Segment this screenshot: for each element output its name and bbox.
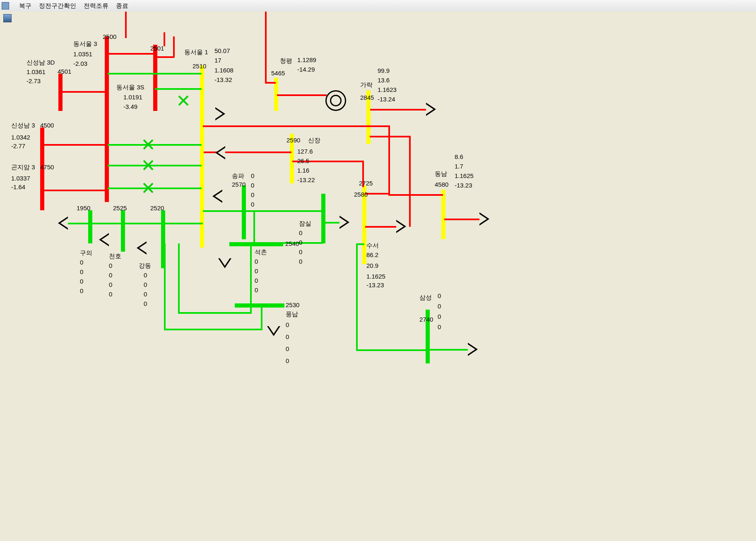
line-2500-2501a (108, 53, 155, 55)
arrow-2540 (218, 258, 231, 268)
label-2590-id: 2590 (287, 136, 300, 144)
menu-section-check[interactable]: 정전구간확인 (39, 2, 76, 10)
app-window: 복구 정전구간확인 전력조류 종료 (0, 0, 756, 541)
bus-2580 (321, 194, 325, 243)
label-1950-id: 1950 (77, 204, 90, 212)
arrow-2520 (137, 241, 147, 255)
label-2530-id: 2530 (286, 301, 299, 309)
label-2570-name: 송파 (232, 171, 244, 180)
line-2725-topH (365, 193, 390, 195)
label-4580-q: 1.7 (455, 162, 463, 171)
line-2580-arrow (324, 222, 340, 224)
label-2540-p: 0 (255, 257, 258, 266)
line-garak-arrow (370, 109, 428, 111)
label-2725-a: -13.23 (366, 281, 384, 289)
line-5465-inh (265, 82, 276, 84)
label-2590-v: 1.16 (297, 166, 309, 175)
label-4750-v: 1.0337 (11, 174, 30, 183)
label-2510-a: -13.32 (214, 75, 232, 84)
label-2590-name: 신장 (308, 136, 320, 144)
label-2845-p: 99.9 (378, 66, 390, 75)
label-2540-a: 0 (255, 286, 258, 294)
label-2570-p: 0 (251, 171, 254, 180)
label-2525-v: 0 (109, 280, 112, 289)
label-2520-v: 0 (144, 290, 147, 298)
line-2725-2740v (356, 243, 358, 351)
label-4580-v: 1.1625 (455, 171, 474, 180)
bus-2510 (200, 65, 204, 248)
label-2740-q: 0 (438, 302, 441, 310)
label-2501-v: 1.0191 (123, 93, 142, 101)
line-2540-2530 (250, 243, 252, 314)
label-2570-v: 0 (251, 190, 254, 199)
arrow-1950 (58, 216, 68, 230)
label-2580-p: 0 (299, 228, 302, 237)
label-2740-name: 삼성 (419, 293, 432, 302)
tap-2501h (154, 56, 174, 58)
label-4580-a: -13.23 (455, 181, 472, 190)
label-2520-id: 2520 (150, 204, 164, 212)
label-2500-id: 2500 (103, 32, 116, 41)
label-2530-name: 풍납 (286, 310, 298, 318)
label-4501-a: -2.73 (26, 77, 41, 85)
menu-power-flow[interactable]: 전력조류 (84, 2, 108, 10)
label-2540-id: 2540 (285, 239, 299, 248)
line-2725-arrowR (365, 226, 398, 228)
label-4580-p: 8.6 (455, 152, 463, 161)
label-2500-a: -2.03 (73, 59, 87, 68)
line-2530-up (261, 305, 262, 330)
line-4500-2500 (43, 144, 106, 146)
label-2725-p: 86.2 (366, 250, 378, 259)
label-4501-name: 신성남 3D (26, 58, 55, 67)
label-2590-p: 127.6 (297, 147, 313, 156)
line-5465-in (265, 12, 267, 84)
label-1950-p: 0 (80, 258, 83, 267)
generator-cheongpyeong (325, 90, 346, 111)
bus-2570 (242, 185, 246, 239)
label-2580-id: 2580 (354, 190, 368, 199)
line-2520-2540h (178, 312, 252, 314)
label-2580-q: 0 (299, 238, 302, 247)
line-garak-4580 (388, 194, 443, 196)
label-2520-a: 0 (144, 299, 147, 308)
label-2570-a: 0 (251, 200, 254, 209)
label-2501-a: -3.49 (123, 102, 137, 111)
label-2530-q: 0 (286, 332, 289, 341)
label-2590-a: -13.22 (297, 176, 315, 184)
label-2520-p: 0 (144, 271, 147, 279)
line-4750-2500 (43, 190, 106, 191)
label-2725-name: 수서 (366, 241, 379, 250)
arrow-2510-out (215, 107, 225, 120)
menu-recover[interactable]: 복구 (19, 2, 31, 10)
label-2501-id: 2501 (150, 44, 164, 53)
child-window-icon (3, 14, 12, 22)
label-4500-v: 1.0342 (11, 133, 30, 142)
menu-exit[interactable]: 종료 (116, 2, 128, 10)
arrow-2570 (212, 190, 222, 203)
label-4500-a: -2.77 (11, 142, 25, 150)
label-2590-q: 26.5 (297, 156, 309, 165)
label-4500-id: 4500 (40, 121, 54, 130)
label-2845-a: -13.24 (378, 95, 395, 103)
label-2725-q: 20.9 (366, 261, 378, 270)
label-2570-q: 0 (251, 181, 254, 190)
line-4580-arrow (444, 219, 482, 220)
label-4750-id: 4750 (40, 163, 54, 171)
label-5465-name: 청평 (280, 56, 292, 65)
diagram-canvas: 신성남 3D 1.0361 -2.73 4501 신성남 3 4500 1.03… (0, 12, 756, 541)
line-2520-2530 (164, 329, 262, 330)
line-2725-stub (356, 243, 364, 245)
breaker-2501-2510 (178, 95, 189, 106)
label-2530-a: 0 (286, 356, 289, 365)
label-4501-id: 4501 (58, 67, 71, 76)
label-4750-a: -1.64 (11, 183, 25, 191)
label-4580-name: 동남 (435, 169, 447, 178)
label-2845-name: 가락 (360, 80, 373, 89)
label-2530-v: 0 (286, 344, 289, 353)
label-2740-id: 2740 (419, 315, 433, 324)
label-2500-name: 동서울 3 (73, 39, 97, 48)
line-2520-down (164, 243, 166, 330)
label-2740-v: 0 (438, 312, 441, 321)
label-5465-a: -14.29 (297, 65, 315, 74)
arrow-2530 (267, 326, 280, 336)
